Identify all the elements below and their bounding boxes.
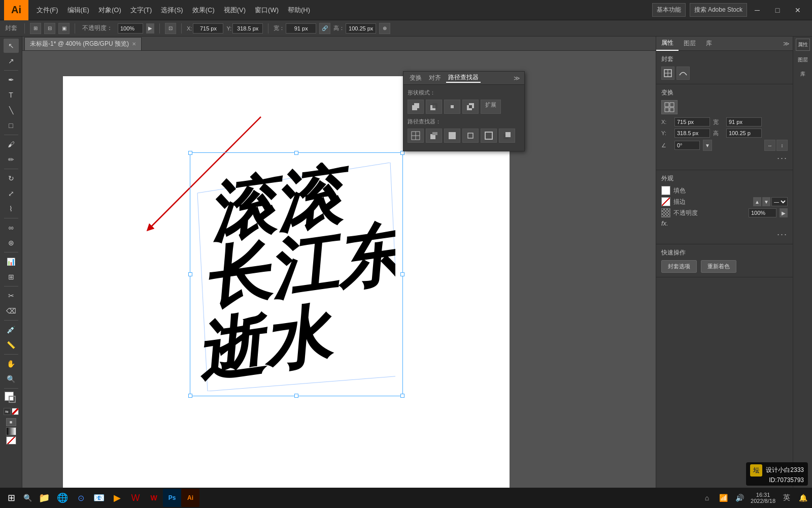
line-tool[interactable]: ╲ bbox=[4, 103, 19, 117]
h-input[interactable] bbox=[346, 23, 376, 34]
taskbar-app5[interactable]: ▶ bbox=[108, 489, 126, 507]
menu-help[interactable]: 帮助(H) bbox=[284, 4, 314, 17]
unite-btn[interactable] bbox=[408, 100, 424, 114]
warp-tool[interactable]: ⌇ bbox=[4, 202, 19, 216]
rp-x-input[interactable] bbox=[674, 117, 710, 126]
swap-colors-btn[interactable]: ⇆ bbox=[4, 408, 11, 415]
taskbar-chrome[interactable]: ⊙ bbox=[72, 489, 90, 507]
taskbar-app6[interactable]: W bbox=[126, 489, 145, 507]
taskbar-photoshop[interactable]: Ps bbox=[163, 489, 181, 507]
volume-icon[interactable]: 🔊 bbox=[732, 491, 747, 505]
fr-properties-icon[interactable]: 属性 bbox=[796, 39, 810, 51]
angle-dropdown[interactable]: ▼ bbox=[703, 140, 712, 151]
maximize-button[interactable]: □ bbox=[767, 0, 788, 20]
appear-more-btn[interactable]: ··· bbox=[661, 229, 788, 240]
transform-grid-btn[interactable] bbox=[661, 100, 678, 114]
menu-text[interactable]: 文字(T) bbox=[126, 4, 156, 17]
workspace-btn[interactable]: 基本功能 bbox=[652, 3, 686, 17]
rp-angle-input[interactable] bbox=[674, 141, 700, 150]
menu-file[interactable]: 文件(F) bbox=[32, 4, 62, 17]
exclude-btn[interactable] bbox=[462, 100, 479, 114]
taskbar-app7[interactable]: W bbox=[145, 489, 163, 507]
trim-btn[interactable] bbox=[426, 129, 442, 143]
stroke-swatch[interactable] bbox=[9, 396, 16, 403]
rotate-tool[interactable]: ↻ bbox=[4, 171, 19, 185]
rp-h-input[interactable] bbox=[726, 129, 762, 138]
right-tab-properties[interactable]: 属性 bbox=[656, 37, 679, 51]
right-tab-library[interactable]: 库 bbox=[701, 37, 717, 51]
envelope-warp-btn[interactable] bbox=[676, 67, 690, 80]
tab-close-btn[interactable]: ✕ bbox=[132, 41, 136, 47]
clock[interactable]: 16:31 2022/8/18 bbox=[749, 492, 777, 504]
recolor-btn[interactable]: 重新着色 bbox=[701, 260, 736, 273]
network-icon[interactable]: 📶 bbox=[716, 491, 730, 505]
rp-y-input[interactable] bbox=[674, 129, 710, 138]
fr-layers-icon[interactable]: 图层 bbox=[796, 54, 810, 66]
menu-effect[interactable]: 效果(C) bbox=[188, 4, 219, 17]
eyedropper-tool[interactable]: 💉 bbox=[4, 323, 19, 337]
fr-library-icon[interactable]: 库 bbox=[796, 68, 810, 80]
hand-tool[interactable]: ✋ bbox=[4, 357, 19, 371]
link-icon[interactable]: 🔗 bbox=[319, 23, 330, 34]
crop-btn[interactable] bbox=[462, 129, 479, 143]
color-mode-none[interactable] bbox=[6, 436, 16, 444]
menu-window[interactable]: 窗口(W) bbox=[251, 4, 283, 17]
right-tab-layers[interactable]: 图层 bbox=[679, 37, 701, 51]
minus-back-btn[interactable] bbox=[499, 129, 515, 143]
symbol-tool[interactable]: ⊛ bbox=[4, 236, 19, 250]
paintbrush-tool[interactable]: 🖌 bbox=[4, 137, 19, 151]
lang-icon[interactable]: 英 bbox=[780, 491, 794, 505]
pen-tool[interactable]: ✒ bbox=[4, 73, 19, 87]
pf-tab-transform[interactable]: 变换 bbox=[408, 74, 424, 82]
envelope-edit-btn[interactable] bbox=[661, 67, 674, 80]
taskbar-edge[interactable]: 🌐 bbox=[53, 489, 72, 507]
scale-tool[interactable]: ⤢ bbox=[4, 186, 19, 201]
transform-icon[interactable]: ⊕ bbox=[379, 23, 390, 34]
type-tool[interactable]: T bbox=[4, 88, 19, 102]
stroke-up-btn[interactable]: ▲ bbox=[753, 197, 761, 206]
menu-object[interactable]: 对象(O) bbox=[94, 4, 125, 17]
canvas-area[interactable]: 未标题-1* @ 400% (RGB/GPU 预览) ✕ bbox=[22, 37, 656, 488]
stroke-color-swatch[interactable] bbox=[661, 197, 670, 206]
envelope-options-btn[interactable]: 封套选项 bbox=[661, 260, 697, 273]
opacity-expand-btn[interactable]: ▶ bbox=[780, 208, 788, 217]
opacity-appear-input[interactable] bbox=[749, 208, 776, 217]
artboard-tool[interactable]: ⊞ bbox=[4, 270, 19, 284]
w-input[interactable] bbox=[286, 23, 316, 34]
expand-btn[interactable]: 扩展 bbox=[481, 100, 501, 114]
toolbar-icon2[interactable]: ⊟ bbox=[44, 23, 55, 34]
rp-w-input[interactable] bbox=[726, 117, 762, 126]
stock-search-btn[interactable]: 搜索 Adobe Stock bbox=[690, 3, 747, 17]
taskbar-file-explorer[interactable]: 📁 bbox=[35, 489, 53, 507]
canvas-container[interactable]: 滚滚 长江东 逝水 变换 对齐 路径查找器 ≫ 形状模式： bbox=[22, 51, 656, 488]
system-tray-icons[interactable]: ⌂ bbox=[700, 491, 714, 505]
direct-select-tool[interactable]: ↗ bbox=[4, 54, 19, 68]
graph-tool[interactable]: 📊 bbox=[4, 255, 19, 269]
select-tool[interactable]: ↖ bbox=[4, 39, 19, 53]
minimize-button[interactable]: ─ bbox=[747, 0, 767, 20]
taskbar-app4[interactable]: 📧 bbox=[90, 489, 108, 507]
align-icon[interactable]: ⊡ bbox=[165, 23, 176, 34]
pencil-tool[interactable]: ✏ bbox=[4, 152, 19, 167]
taskbar-search-icon[interactable]: 🔍 bbox=[20, 489, 35, 507]
flip-v-btn[interactable]: ↕ bbox=[776, 140, 788, 151]
color-mode-gradient[interactable] bbox=[6, 427, 16, 435]
slice-tool[interactable]: ✂ bbox=[4, 289, 19, 303]
stroke-down-btn[interactable]: ▼ bbox=[762, 197, 770, 206]
toolbar-icon3[interactable]: ▣ bbox=[58, 23, 70, 34]
y-input[interactable] bbox=[232, 23, 263, 34]
menu-edit[interactable]: 编辑(E) bbox=[63, 4, 93, 17]
rect-tool[interactable]: □ bbox=[4, 118, 19, 133]
divide-btn[interactable] bbox=[408, 129, 424, 143]
intersect-btn[interactable] bbox=[444, 100, 460, 114]
pf-panel-expand[interactable]: ≫ bbox=[514, 75, 520, 82]
fill-color-swatch[interactable] bbox=[661, 186, 670, 195]
close-button[interactable]: ✕ bbox=[788, 0, 808, 20]
minus-front-btn[interactable] bbox=[426, 100, 442, 114]
measure-tool[interactable]: 📏 bbox=[4, 338, 19, 352]
pf-tab-align[interactable]: 对齐 bbox=[427, 74, 443, 82]
more-options-btn[interactable]: ··· bbox=[777, 153, 788, 164]
eraser-tool[interactable]: ⌫ bbox=[4, 304, 19, 318]
toolbar-icon1[interactable]: ⊞ bbox=[30, 23, 41, 34]
zoom-tool[interactable]: 🔍 bbox=[4, 372, 19, 386]
